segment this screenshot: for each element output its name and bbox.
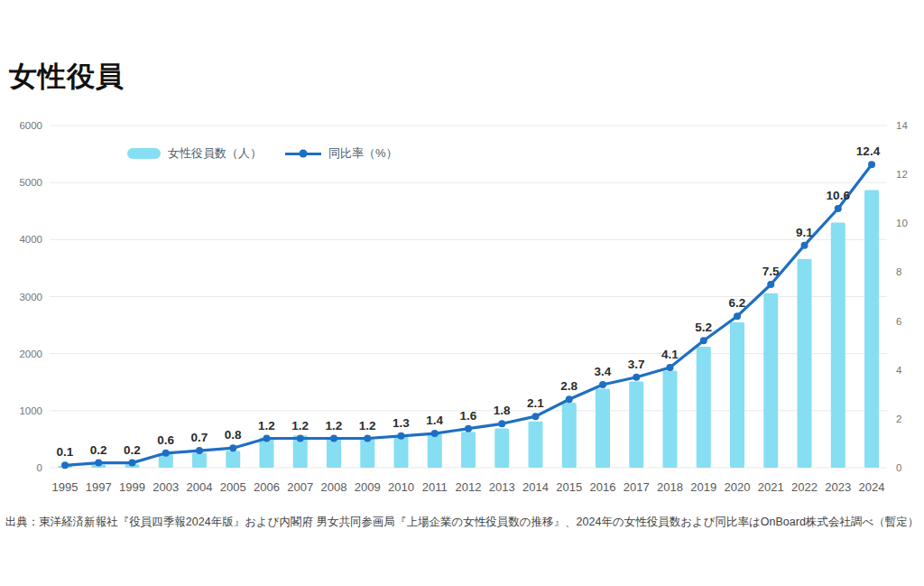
line-point <box>868 161 875 168</box>
line-point <box>95 460 102 467</box>
y-axis-tick-left: 0 <box>37 462 42 473</box>
bar <box>260 438 274 468</box>
value-label: 0.2 <box>124 443 141 457</box>
line-point <box>465 425 472 433</box>
x-axis-label: 2011 <box>422 480 448 494</box>
value-label: 3.7 <box>628 358 645 371</box>
y-axis-tick-left: 5000 <box>19 177 42 188</box>
x-axis-label: 2022 <box>791 480 818 494</box>
x-axis-label: 2016 <box>590 480 616 494</box>
x-axis-label: 2012 <box>456 480 482 494</box>
y-axis-tick-left: 1000 <box>19 405 42 416</box>
bar <box>494 428 509 468</box>
bar <box>192 453 207 468</box>
y-axis-tick-right: 4 <box>896 365 902 376</box>
x-axis-label: 2013 <box>489 480 515 494</box>
bar <box>864 190 879 468</box>
line-point <box>61 461 69 469</box>
bar <box>663 371 678 468</box>
line-point <box>566 395 573 403</box>
x-axis-label: 1997 <box>86 480 112 494</box>
value-label: 1.4 <box>426 414 443 427</box>
y-axis-tick-right: 10 <box>896 218 908 228</box>
line-point <box>835 205 842 212</box>
value-label: 1.8 <box>494 404 511 417</box>
x-axis-label: 2005 <box>220 480 246 494</box>
value-label: 10.6 <box>827 189 851 202</box>
bar <box>529 422 543 468</box>
y-axis-tick-left: 3000 <box>19 292 42 302</box>
chart-canvas: 女性役員 女性役員数（人） 同比率（%） 6000500040003000200… <box>0 0 924 586</box>
line-point <box>398 433 405 440</box>
line-point <box>700 337 707 344</box>
x-axis-label: 2024 <box>859 480 885 494</box>
line-point <box>263 435 271 442</box>
y-axis-tick-right: 6 <box>896 316 901 327</box>
bar <box>798 259 812 468</box>
bar <box>596 389 610 468</box>
bar <box>461 432 476 468</box>
y-axis-tick-left: 4000 <box>19 234 42 245</box>
value-label: 0.2 <box>90 443 107 457</box>
line-point <box>532 413 540 420</box>
bar <box>697 347 711 468</box>
value-label: 5.2 <box>695 321 712 334</box>
bar <box>360 439 374 468</box>
line-point <box>801 242 808 249</box>
value-label: 7.5 <box>762 265 780 278</box>
x-axis-label: 2004 <box>187 480 213 494</box>
bar <box>763 293 778 468</box>
y-axis-tick-right: 14 <box>896 120 908 131</box>
line-point <box>633 374 640 381</box>
x-axis-label: 2010 <box>388 480 414 494</box>
y-axis-tick-right: 8 <box>896 266 901 277</box>
y-axis-tick-right: 12 <box>896 169 908 180</box>
line-point <box>599 381 606 388</box>
x-axis-label: 2017 <box>624 480 650 494</box>
value-label: 2.8 <box>560 379 578 393</box>
line-point <box>667 364 674 371</box>
line-point <box>129 460 136 467</box>
line-point <box>734 312 741 320</box>
value-label: 1.6 <box>460 409 477 423</box>
x-axis-label: 1995 <box>52 480 79 494</box>
x-axis-label: 2023 <box>825 480 851 494</box>
y-axis-tick-left: 2000 <box>19 349 42 359</box>
x-axis-label: 2003 <box>152 480 179 494</box>
value-label: 1.2 <box>359 419 376 433</box>
value-label: 9.1 <box>796 226 813 239</box>
y-axis-tick-right: 0 <box>896 462 901 473</box>
x-axis-label: 2014 <box>522 480 549 494</box>
value-label: 1.2 <box>326 419 343 433</box>
x-axis-label: 2018 <box>657 480 683 494</box>
combo-chart-svg: 6000500040003000200010000141210864200.10… <box>0 0 924 586</box>
line-point <box>196 447 203 454</box>
x-axis-label: 2009 <box>355 480 381 494</box>
line-point <box>431 430 439 437</box>
line-point <box>297 435 304 442</box>
x-axis-label: 2015 <box>556 480 582 494</box>
line-point <box>767 281 774 288</box>
line-point <box>330 435 337 442</box>
bar <box>831 222 845 468</box>
x-axis-label: 2019 <box>690 480 716 494</box>
bar <box>730 322 744 468</box>
x-axis-label: 1999 <box>119 480 145 494</box>
source-note: 出典：東洋経済新報社『役員四季報2024年版』および内閣府 男女共同参画局『上場… <box>0 515 924 530</box>
bar <box>428 434 442 468</box>
value-label: 3.4 <box>595 365 612 378</box>
value-label: 12.4 <box>856 144 881 158</box>
x-axis-label: 2006 <box>254 480 280 494</box>
line-point <box>229 444 236 451</box>
y-axis-tick-right: 2 <box>896 414 901 424</box>
value-label: 4.1 <box>661 348 679 361</box>
bar <box>226 451 240 468</box>
line-point <box>162 450 170 457</box>
value-label: 0.6 <box>157 433 174 447</box>
y-axis-tick-left: 6000 <box>19 120 42 131</box>
x-axis-label: 2021 <box>758 480 784 494</box>
x-axis-label: 2007 <box>287 480 313 494</box>
value-label: 0.7 <box>191 431 208 444</box>
value-label: 1.2 <box>291 419 309 433</box>
x-axis-label: 2008 <box>321 480 347 494</box>
